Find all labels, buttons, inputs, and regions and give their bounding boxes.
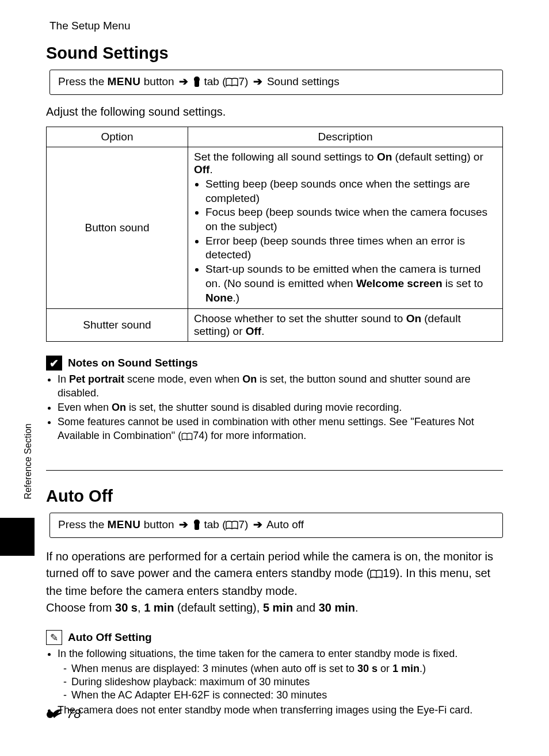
list-item: In the following situations, the time ta… — [58, 647, 503, 702]
book-icon — [181, 430, 193, 444]
breadcrumb-text: ) — [245, 75, 251, 87]
page-ref: 74 — [193, 430, 204, 441]
page-ref: 19 — [383, 567, 395, 579]
divider — [46, 470, 503, 471]
menu-button-label: MENU — [108, 518, 141, 530]
note-list: In Pet portrait scene mode, even when On… — [46, 373, 503, 444]
note-bold: Pet portrait — [69, 373, 124, 385]
page-footer: 78 — [46, 707, 81, 721]
arrow-icon: ➔ — [253, 75, 262, 87]
note-text: In the following situations, the time ta… — [58, 648, 458, 659]
note-sublist: When menus are displayed: 3 minutes (whe… — [58, 662, 503, 702]
page-ref: 7 — [238, 75, 245, 87]
desc-bold: None — [205, 292, 233, 304]
desc-bold: Welcome screen — [356, 277, 443, 289]
table-row: Button sound Set the following all sound… — [47, 147, 503, 309]
breadcrumb-text: ) — [245, 518, 251, 530]
breadcrumb-text: button — [141, 518, 177, 530]
para-bold: 1 min — [144, 601, 174, 614]
list-item: During slideshow playback: maximum of 30… — [71, 675, 503, 689]
breadcrumb-text: Press the — [58, 518, 108, 530]
book-icon — [226, 520, 238, 532]
col-option: Option — [47, 127, 188, 147]
para-bold: 5 min — [263, 601, 293, 614]
side-tab-marker — [0, 518, 35, 556]
note-bold: 30 s — [357, 663, 378, 674]
arrow-icon: ➔ — [179, 75, 188, 87]
desc-list: Setting beep (beep sounds once when the … — [194, 177, 497, 305]
note-text: scene mode, even when — [124, 373, 242, 385]
description-cell: Choose whether to set the shutter sound … — [188, 309, 503, 342]
note-header: ✎ Auto Off Setting — [46, 630, 503, 645]
note-bold: On — [112, 402, 126, 413]
desc-text: Choose whether to set the shutter sound … — [194, 312, 406, 324]
wrench-icon — [193, 77, 201, 90]
reference-mark-icon — [46, 707, 64, 721]
list-item: When menus are displayed: 3 minutes (whe… — [71, 662, 503, 675]
option-cell: Button sound — [47, 147, 188, 309]
breadcrumb-sound: Press the MENU button ➔ tab (7) ➔ Sound … — [49, 70, 503, 95]
note-text: is set, the shutter sound is disabled du… — [126, 402, 402, 413]
note-text: ) for more information. — [204, 430, 306, 441]
note-text: When menus are displayed: 3 minutes (whe… — [71, 663, 357, 674]
breadcrumb-text: Press the — [58, 75, 108, 87]
note-bold: 1 min — [392, 663, 420, 674]
col-description: Description — [188, 127, 503, 147]
page-ref: 7 — [238, 518, 245, 530]
breadcrumb-text: tab ( — [201, 518, 226, 530]
intro-text: Adjust the following sound settings. — [46, 105, 503, 119]
breadcrumb-text: button — [141, 75, 177, 87]
para-text: . — [355, 601, 359, 614]
desc-text: .) — [233, 292, 240, 304]
wrench-icon — [193, 520, 201, 533]
para-bold: 30 s — [115, 601, 138, 614]
menu-button-label: MENU — [108, 75, 141, 87]
note-header: ✔ Notes on Sound Settings — [46, 356, 503, 371]
book-icon — [226, 77, 238, 89]
notes-sound: ✔ Notes on Sound Settings In Pet portrai… — [46, 356, 503, 444]
list-item: Even when On is set, the shutter sound i… — [58, 401, 503, 414]
para-bold: 30 min — [319, 601, 355, 614]
body-paragraph: If no operations are performed for a cer… — [46, 548, 503, 616]
note-title: Auto Off Setting — [68, 631, 152, 644]
list-item: Start-up sounds to be emitted when the c… — [205, 262, 497, 305]
note-bold: On — [242, 373, 257, 385]
list-item: In Pet portrait scene mode, even when On… — [58, 373, 503, 400]
para-text: Choose from — [46, 601, 115, 614]
breadcrumb-autooff: Press the MENU button ➔ tab (7) ➔ Auto o… — [49, 513, 503, 538]
desc-bold: On — [406, 312, 421, 324]
note-text: .) — [420, 663, 426, 674]
notes-autooff: ✎ Auto Off Setting In the following situ… — [46, 630, 503, 717]
breadcrumb-text: tab ( — [201, 75, 226, 87]
option-cell: Shutter sound — [47, 309, 188, 342]
note-text: Even when — [58, 402, 112, 413]
breadcrumb-target: Auto off — [264, 518, 304, 530]
list-item: Some features cannot be used in combinat… — [58, 415, 503, 444]
list-item: The camera does not enter standby mode w… — [58, 704, 503, 717]
note-text: or — [378, 663, 392, 674]
table-row: Shutter sound Choose whether to set the … — [47, 309, 503, 342]
desc-text: (default setting) or — [392, 151, 483, 163]
desc-text: Set the following all sound settings to — [194, 151, 377, 163]
breadcrumb-target: Sound settings — [264, 75, 340, 87]
note-text: In — [58, 373, 69, 385]
book-icon — [370, 566, 383, 583]
note-list: In the following situations, the time ta… — [46, 647, 503, 717]
desc-bold: On — [377, 151, 392, 163]
section-title-sound: Sound Settings — [46, 44, 503, 63]
description-cell: Set the following all sound settings to … — [188, 147, 503, 309]
side-tab-label: Reference Section — [23, 423, 33, 499]
list-item: Focus beep (beep sounds twice when the c… — [205, 205, 497, 234]
desc-bold: Off — [194, 163, 209, 175]
desc-text: is set to — [443, 277, 483, 289]
running-head: The Setup Menu — [49, 20, 503, 32]
list-item: When the AC Adapter EH-62F is connected:… — [71, 689, 503, 702]
note-title: Notes on Sound Settings — [68, 357, 198, 369]
arrow-icon: ➔ — [253, 518, 262, 530]
list-item: Setting beep (beep sounds once when the … — [205, 177, 497, 205]
section-title-autooff: Auto Off — [46, 487, 503, 506]
list-item: Error beep (beep sounds three times when… — [205, 234, 497, 262]
para-text: (default setting), — [174, 601, 263, 614]
para-text: , — [138, 601, 144, 614]
desc-text: . — [209, 163, 212, 175]
